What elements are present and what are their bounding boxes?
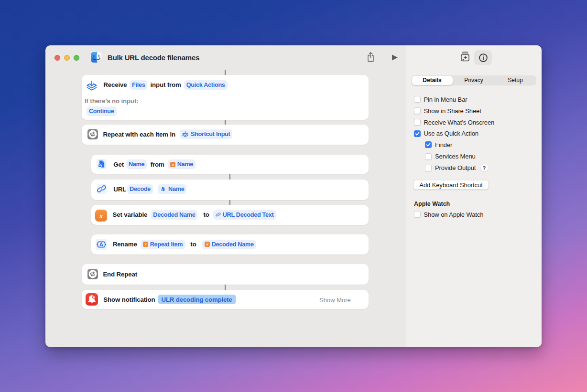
- svg-text:A: A: [99, 242, 103, 247]
- svg-text:x: x: [144, 242, 147, 246]
- svg-text:x: x: [206, 242, 208, 246]
- svg-text:x: x: [99, 212, 103, 219]
- svg-text:x: x: [171, 162, 174, 167]
